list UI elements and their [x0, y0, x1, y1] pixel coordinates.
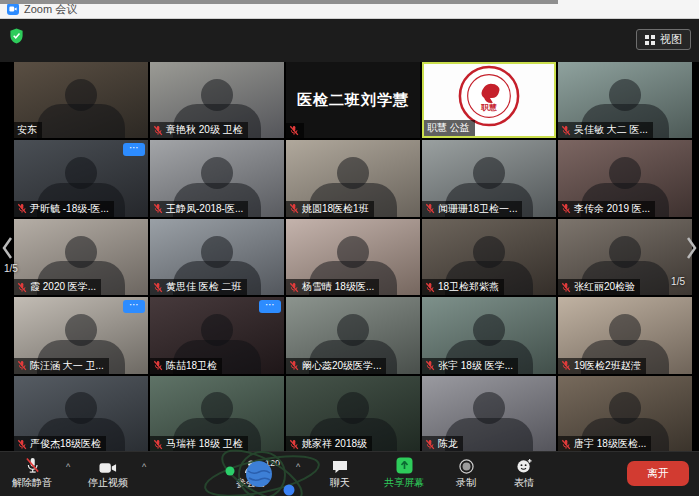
video-options-chevron[interactable]: ^ [142, 462, 146, 472]
participant-name-label: 18卫检郑紫燕 [438, 281, 499, 293]
chevron-right-icon [687, 237, 697, 259]
page-indicator-right: 1/5 [671, 276, 685, 287]
participant-nameplate: 张红丽20检验 [558, 279, 640, 295]
video-tile[interactable]: 黄思佳 医检 二班 [150, 219, 284, 295]
share-screen-icon [396, 456, 413, 474]
audio-options-chevron[interactable]: ^ [66, 462, 70, 472]
prev-page-button[interactable] [0, 228, 14, 268]
zoom-meeting-window: Zoom 会议 视图 安东章艳秋 20级 卫检医检二班刘学慧职慧职慧 公益吴佳敏… [0, 0, 699, 496]
participants-options-chevron[interactable]: ^ [296, 462, 300, 472]
page-indicator-left: 1/5 [4, 263, 18, 274]
participants-label: 参会者 [236, 476, 266, 490]
muted-mic-icon [425, 439, 435, 450]
muted-mic-icon [425, 360, 435, 371]
more-options-button[interactable]: ⋯ [123, 143, 145, 156]
participant-name-label: 职慧 公益 [427, 122, 470, 134]
muted-mic-icon [561, 360, 571, 371]
muted-mic-icon [561, 282, 571, 293]
meeting-topbar: 视图 [0, 19, 699, 62]
more-options-button[interactable]: ⋯ [259, 300, 281, 313]
unmute-button[interactable]: 解除静音 [12, 456, 52, 490]
share-screen-label: 共享屏幕 [384, 476, 424, 490]
next-page-button[interactable] [685, 228, 699, 268]
participant-name-label: 陈龙 [438, 438, 458, 450]
participant-nameplate: 职慧 公益 [424, 120, 475, 136]
video-tile[interactable]: 陈龙 [422, 376, 556, 452]
video-tile[interactable]: 吴佳敏 大二 医... [558, 62, 692, 138]
video-tile[interactable]: 杨雪晴 18级医... [286, 219, 420, 295]
video-tile[interactable]: 严俊杰18级医检 [14, 376, 148, 452]
leave-meeting-button[interactable]: 离开 [627, 461, 689, 486]
participant-name-label: 李传余 2019 医... [574, 203, 650, 215]
chat-label: 聊天 [330, 476, 350, 490]
participant-name-label: 陈喆18卫检 [166, 360, 217, 372]
video-tile[interactable]: 王静凤-2018-医... [150, 140, 284, 216]
participant-name-label: 唐宇 18级医检... [574, 438, 646, 450]
participant-nameplate [286, 123, 304, 138]
video-tile[interactable]: 李传余 2019 医... [558, 140, 692, 216]
participants-button[interactable]: 120 参会者 [236, 456, 266, 490]
view-button[interactable]: 视图 [636, 29, 691, 50]
participant-name-label: 陈汪涵 大一 卫... [30, 360, 104, 372]
muted-mic-icon [17, 360, 27, 371]
more-options-button[interactable]: ⋯ [123, 300, 145, 313]
record-button[interactable]: 录制 [456, 456, 476, 490]
stop-video-button[interactable]: 停止视频 [88, 456, 128, 490]
video-tile[interactable]: 唐宇 18级医检... [558, 376, 692, 452]
participant-name-label: 王静凤-2018-医... [166, 203, 243, 215]
video-tile[interactable]: 18卫检郑紫燕 [422, 219, 556, 295]
participant-name-label: 马瑞祥 18级 卫检 [166, 438, 243, 450]
participant-name-label: 姚家祥 2018级 [302, 438, 367, 450]
smiley-reactions-icon [516, 456, 533, 474]
video-camera-icon [99, 456, 117, 474]
muted-mic-icon [153, 282, 163, 293]
participant-nameplate: 陈喆18卫检 [150, 358, 222, 374]
background-window-edge [0, 0, 558, 4]
stop-video-label: 停止视频 [88, 476, 128, 490]
participant-nameplate: 姚家祥 2018级 [286, 436, 372, 452]
security-shield-icon[interactable] [9, 28, 24, 48]
participant-nameplate: 严俊杰18级医检 [14, 436, 106, 452]
grid-view-icon [645, 35, 655, 45]
video-tile[interactable]: 霞 2020 医学... [14, 219, 148, 295]
participant-name-label: 阚心蕊20级医学... [302, 360, 381, 372]
video-tile[interactable]: 安东 [14, 62, 148, 138]
participant-nameplate: 闻珊珊18卫检一... [422, 201, 522, 217]
participant-name-label: 张红丽20检验 [574, 281, 635, 293]
zoom-app-icon [7, 3, 19, 15]
participants-icon: 120 [243, 456, 259, 474]
reactions-button[interactable]: 表情 [514, 456, 534, 490]
participant-nameplate: 唐宇 18级医检... [558, 436, 651, 452]
video-tile[interactable]: 张宇 18级 医学... [422, 297, 556, 373]
muted-mic-icon [17, 282, 27, 293]
video-tile[interactable]: 医检二班刘学慧 [286, 62, 420, 138]
video-tile[interactable]: 马瑞祥 18级 卫检 [150, 376, 284, 452]
video-tile[interactable]: ⋯陈汪涵 大一 卫... [14, 297, 148, 373]
video-tile[interactable]: 职慧职慧 公益 [422, 62, 556, 138]
participant-nameplate: 李传余 2019 医... [558, 201, 655, 217]
video-grid: 安东章艳秋 20级 卫检医检二班刘学慧职慧职慧 公益吴佳敏 大二 医...⋯尹昕… [14, 62, 692, 452]
participant-nameplate: 19医检2班赵滢 [558, 358, 646, 374]
share-screen-button[interactable]: 共享屏幕 [384, 456, 424, 490]
video-tile[interactable]: 阚心蕊20级医学... [286, 297, 420, 373]
participant-name-label: 霞 2020 医学... [30, 281, 96, 293]
participant-nameplate: 陈汪涵 大一 卫... [14, 358, 109, 374]
participant-name-label: 杨雪晴 18级医... [302, 281, 374, 293]
participant-nameplate: 18卫检郑紫燕 [422, 279, 504, 295]
record-icon [459, 456, 474, 474]
video-tile[interactable]: ⋯陈喆18卫检 [150, 297, 284, 373]
muted-mic-icon [289, 282, 299, 293]
video-tile[interactable]: 章艳秋 20级 卫检 [150, 62, 284, 138]
chat-button[interactable]: 聊天 [330, 456, 350, 490]
muted-mic-icon [289, 203, 299, 214]
video-tile[interactable]: 19医检2班赵滢 [558, 297, 692, 373]
video-tile[interactable]: 姚家祥 2018级 [286, 376, 420, 452]
video-tile[interactable]: ⋯尹昕毓 -18级-医... [14, 140, 148, 216]
video-tile[interactable]: 闻珊珊18卫检一... [422, 140, 556, 216]
muted-mic-icon [561, 439, 571, 450]
participant-nameplate: 姚圆18医检1班 [286, 201, 374, 217]
participant-display-name: 医检二班刘学慧 [286, 62, 420, 138]
participant-name-label: 严俊杰18级医检 [30, 438, 101, 450]
video-tile[interactable]: 姚圆18医检1班 [286, 140, 420, 216]
meeting-toolbar: 解除静音 ^ 停止视频 ^ 120 参会者 ^ 聊天 [0, 451, 699, 496]
